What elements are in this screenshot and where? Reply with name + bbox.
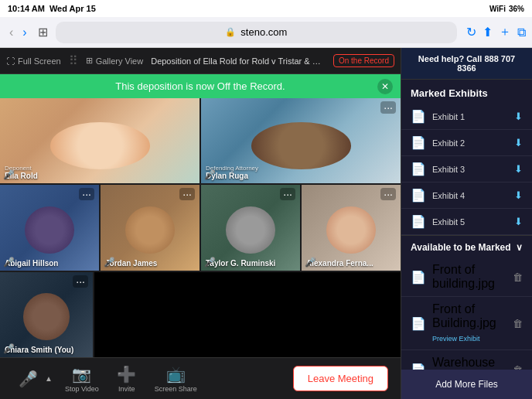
avatar-dylan bbox=[251, 122, 351, 169]
download-icon-1[interactable]: ⬇ bbox=[514, 111, 523, 122]
trash-icon-3[interactable]: 🗑 bbox=[513, 364, 523, 370]
alexandra-mic-icon: 🎤 bbox=[305, 257, 316, 268]
available-file-name-1: Front of building.jpg bbox=[432, 263, 495, 290]
jordan-more-options[interactable]: ··· bbox=[179, 188, 195, 200]
mute-button[interactable]: 🎤 bbox=[12, 370, 43, 388]
exhibit-name-2: Exhibit 2 bbox=[432, 138, 508, 148]
screen-share-button[interactable]: 📺 Screen Share bbox=[155, 365, 197, 393]
stop-video-button[interactable]: 📷 Stop Video bbox=[65, 365, 99, 393]
toolbar-separator: ⠿ bbox=[69, 53, 78, 68]
video-cell-chiara: Chiara Smith (You) 🎤 ··· bbox=[0, 272, 93, 357]
tabs-button[interactable]: ⧉ bbox=[517, 24, 526, 40]
available-section: Available to be Marked ∨ 📄 Front of buil… bbox=[401, 235, 532, 370]
file-icon-2: 📄 bbox=[411, 135, 426, 150]
fullscreen-label: Full Screen bbox=[18, 56, 61, 66]
video-row-3: Chiara Smith (You) 🎤 ··· bbox=[0, 272, 401, 357]
share-button[interactable]: ⬆ bbox=[483, 24, 493, 40]
chiara-mic-icon: 🎤 bbox=[3, 343, 15, 354]
exhibit-item-3[interactable]: 📄 Exhibit 3 ⬇ bbox=[401, 156, 532, 182]
available-header: Available to be Marked ∨ bbox=[401, 235, 532, 257]
fullscreen-button[interactable]: ⛶ Full Screen bbox=[6, 56, 61, 66]
exhibit-item-5[interactable]: 📄 Exhibit 5 ⬇ bbox=[401, 209, 532, 235]
add-more-files-button[interactable]: Add More Files bbox=[401, 370, 532, 399]
file-icon-1: 📄 bbox=[411, 109, 426, 124]
wifi-icon: WiFi bbox=[489, 5, 506, 13]
status-left: 10:14 AM Wed Apr 15 bbox=[8, 4, 96, 13]
marked-exhibits-title: Marked Exhibits bbox=[411, 87, 488, 99]
exhibit-name-4: Exhibit 4 bbox=[432, 191, 508, 200]
reload-button[interactable]: ↻ bbox=[466, 24, 476, 40]
status-date: Wed Apr 15 bbox=[49, 4, 96, 13]
available-name-wrap-3: Warehouse Floor.jpg bbox=[432, 356, 506, 370]
video-cell-empty bbox=[94, 272, 401, 357]
gallery-view-button[interactable]: ⊞ Gallery View bbox=[86, 56, 144, 66]
video-cell-taylor: Taylor G. Ruminski 🎤 ··· bbox=[201, 185, 300, 270]
exhibit-name-1: Exhibit 1 bbox=[432, 112, 508, 121]
dylan-more-options[interactable]: ··· bbox=[380, 101, 396, 114]
exhibit-item-2[interactable]: 📄 Exhibit 2 ⬇ bbox=[401, 130, 532, 156]
abigail-more-options[interactable]: ··· bbox=[79, 188, 94, 200]
download-icon-5[interactable]: ⬇ bbox=[514, 216, 523, 227]
avatar-jordan bbox=[125, 206, 175, 254]
new-tab-button[interactable]: ＋ bbox=[499, 24, 511, 40]
marked-exhibits-section: Marked Exhibits 📄 Exhibit 1 ⬇ 📄 Exhibit … bbox=[401, 80, 532, 235]
download-icon-2[interactable]: ⬇ bbox=[514, 137, 523, 148]
file-icon-5: 📄 bbox=[411, 214, 426, 229]
avatar-taylor bbox=[226, 206, 275, 254]
invite-button[interactable]: ➕ Invite bbox=[111, 365, 142, 393]
avatar-ella bbox=[50, 122, 150, 169]
screen-share-label: Screen Share bbox=[155, 385, 197, 393]
exhibit-name-5: Exhibit 5 bbox=[432, 217, 508, 227]
taylor-more-options[interactable]: ··· bbox=[280, 188, 295, 200]
available-file-name-3: Warehouse Floor.jpg bbox=[432, 356, 495, 370]
taylor-name: Taylor G. Ruminski bbox=[206, 259, 275, 268]
exhibit-item-4[interactable]: 📄 Exhibit 4 ⬇ bbox=[401, 182, 532, 209]
gallery-label: Gallery View bbox=[96, 56, 144, 66]
avatar-alexandra bbox=[326, 206, 376, 254]
available-collapse-icon[interactable]: ∨ bbox=[516, 242, 523, 253]
available-name-wrap-2: Front of Building.jpg Preview Exhibit bbox=[432, 302, 506, 344]
help-banner: Need help? Call 888 707 8366 bbox=[401, 48, 532, 80]
trash-icon-1[interactable]: 🗑 bbox=[513, 271, 523, 283]
leave-meeting-button[interactable]: Leave Meeting bbox=[293, 366, 388, 391]
available-item-2[interactable]: 📄 Front of Building.jpg Preview Exhibit … bbox=[401, 297, 532, 350]
main-area: ⛶ Full Screen ⠿ ⊞ Gallery View Depositio… bbox=[0, 48, 532, 399]
alexandra-more-options[interactable]: ··· bbox=[380, 188, 396, 200]
browser-actions: ↻ ⬆ ＋ ⧉ bbox=[466, 24, 526, 40]
participant-label-alexandra: Alexandra Ferna... bbox=[306, 259, 373, 268]
video-cell-dylan: Defending Attorney Dylan Ruga 🎤 ··· bbox=[201, 98, 401, 183]
fullscreen-icon: ⛶ bbox=[6, 56, 15, 66]
video-row-2: Abigail Hillson 🎤 ··· Jordan James 🎤 ··· bbox=[0, 185, 401, 270]
download-icon-3[interactable]: ⬇ bbox=[514, 163, 523, 175]
back-button[interactable]: ‹ bbox=[6, 24, 16, 41]
exhibit-item-1[interactable]: 📄 Exhibit 1 ⬇ bbox=[401, 104, 532, 130]
address-bar[interactable]: 🔒 steno.com bbox=[56, 22, 457, 43]
browser-nav: ‹ › bbox=[6, 24, 30, 41]
right-panel: Need help? Call 888 707 8366 Marked Exhi… bbox=[401, 48, 532, 399]
off-record-message: This deposition is now Off the Record. bbox=[115, 80, 285, 92]
available-item-1[interactable]: 📄 Front of building.jpg 🗑 bbox=[401, 257, 532, 297]
chiara-more-options[interactable]: ··· bbox=[73, 275, 88, 288]
gallery-icon: ⊞ bbox=[86, 56, 93, 66]
tabs-icon[interactable]: ⊞ bbox=[38, 25, 48, 39]
available-file-icon-3: 📄 bbox=[411, 363, 426, 370]
screen-share-icon: 📺 bbox=[166, 365, 186, 384]
video-area: ⛶ Full Screen ⠿ ⊞ Gallery View Depositio… bbox=[0, 48, 401, 399]
video-cell-abigail: Abigail Hillson 🎤 ··· bbox=[0, 185, 99, 270]
marked-exhibits-header: Marked Exhibits bbox=[401, 80, 532, 104]
controls-left: 🎤 ▲ 📷 Stop Video ➕ Invite 📺 Screen Share bbox=[12, 365, 197, 393]
dylan-mic-icon: 🎤 bbox=[204, 169, 216, 180]
forward-button[interactable]: › bbox=[19, 24, 29, 41]
browser-bar: ‹ › ⊞ 🔒 steno.com ↻ ⬆ ＋ ⧉ bbox=[0, 17, 532, 48]
lock-icon: 🔒 bbox=[225, 27, 236, 37]
jordan-mic-icon: 🎤 bbox=[104, 257, 115, 268]
avatar-abigail bbox=[25, 206, 74, 254]
available-item-3[interactable]: 📄 Warehouse Floor.jpg 🗑 bbox=[401, 350, 532, 370]
participant-label-taylor: Taylor G. Ruminski bbox=[206, 259, 275, 268]
off-record-close-button[interactable]: ✕ bbox=[377, 79, 393, 94]
abigail-mic-icon: 🎤 bbox=[3, 257, 15, 268]
download-icon-4[interactable]: ⬇ bbox=[514, 189, 523, 201]
trash-icon-2[interactable]: 🗑 bbox=[513, 318, 523, 329]
mute-caret-button[interactable]: ▲ bbox=[45, 374, 53, 383]
video-toolbar: ⛶ Full Screen ⠿ ⊞ Gallery View Depositio… bbox=[0, 48, 401, 74]
